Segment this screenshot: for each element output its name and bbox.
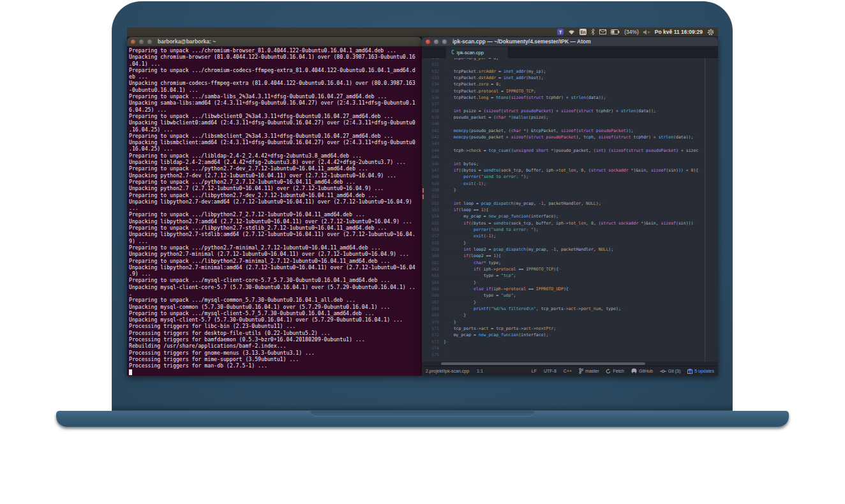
terminal-line: Unpacking python2.7-dev (2.7.12-1ubuntu0… [129,172,422,179]
terminal-body[interactable]: Preparing to unpack .../chromium-browser… [127,47,422,376]
terminal-prompt-line [129,369,422,376]
code-line: ¬ [444,121,718,127]
volume-muted-icon[interactable] [643,29,650,35]
line-number: 566 [422,292,444,299]
keyboard-layout-indicator[interactable]: En [580,29,587,35]
line-number: 561 [422,260,444,266]
line-number: 556 [422,226,444,233]
code-line: ····my_pcap = new_pcap_funcion(interface… [444,332,718,338]
terminal-line: Unpacking chromium-browser (81.0.4044.12… [129,54,422,60]
horizontal-scrollbar-thumb[interactable] [441,362,645,365]
line-number: 550 [422,187,444,193]
line-number: 546 [422,161,444,167]
maximize-button[interactable] [442,39,447,45]
git-branch-indicator[interactable]: master [579,368,599,374]
github-button[interactable]: GitHub [631,368,653,374]
code-line: ····tcpPacket.srcAddr = inet_addr(my_ip)… [444,68,718,75]
terminal-line: Preparing to unpack .../libsmbclient_2%3… [129,133,422,139]
terminal-titlebar[interactable]: barborka@barborka: ~ [127,37,422,47]
code-line: ············exit(-1);¬ [444,233,718,239]
minimize-button[interactable] [138,39,144,45]
code-line: ····int psize = (sizeof(struct pseudoPac… [444,108,718,114]
maximize-button[interactable] [147,39,153,45]
package-icon [687,369,692,374]
line-number: 540 [422,121,444,127]
terminal-line: .16.04.25) ... [129,145,422,152]
top-panel: T En [127,27,718,37]
close-button[interactable] [130,39,136,45]
code-editor[interactable]: 5305315325335345355365375385395405415425… [422,58,718,362]
laptop-lid: T En [112,1,733,411]
terminal-line: Processing triggers for gnome-menus (3.1… [129,350,422,356]
updates-button[interactable]: 5 updates [687,369,714,374]
terminal-line: 6.04.25) ... [129,107,422,113]
grammar-indicator[interactable]: C++ [564,369,572,373]
line-number: 547 [422,167,444,174]
line-number: 567 [422,299,444,306]
code-line: ¬ [444,193,718,200]
atom-window-title: ipk-scan.cpp — ~/Dokumenty/4.semester/IP… [452,38,591,45]
line-number: 537 [422,101,444,107]
code-line: ¬ [444,345,718,352]
terminal-line: Preparing to unpack .../mysql-client-cor… [129,277,422,283]
code-line: ¬ [444,140,718,147]
cursor-position-indicator[interactable]: 1:1 [477,369,483,373]
session-gear-icon[interactable] [707,29,714,36]
status-bar: 2.projekt/ipk-scan.cpp 1:1 LF UTF-8 C++ [422,366,718,376]
terminal-line: Preparing to unpack .../chromium-codecs-… [129,67,422,73]
laptop-frame: T En [0,0,845,504]
line-number: 573 [422,339,444,345]
line-number: 564 [422,279,444,286]
terminal-line: Preparing to unpack .../chromium-browser… [129,47,422,54]
sync-icon [606,369,611,374]
wifi-icon[interactable] [568,29,575,35]
line-number: 551 [422,193,444,200]
file-path-indicator[interactable]: 2.projekt/ipk-scan.cpp [426,369,469,373]
teams-icon[interactable]: T [557,29,564,35]
minimize-button[interactable] [433,39,439,45]
line-number: 553 [422,207,444,213]
code-line: ····tcp_ports->act = tcp_ports->act->nex… [444,325,718,332]
battery-percentage: (34%) [624,29,639,35]
code-line: ········}¬ [444,312,718,318]
terminal-line: Preparing to unpack .../mysql-client-5.7… [129,310,422,316]
tab-ipk-scan[interactable]: C ipk-scan.cpp [446,47,509,58]
line-number: 548 [422,174,444,180]
code-line: ········}¬ [444,240,718,246]
code-line: ············printf("%d/%s filtered\n", t… [444,306,718,312]
terminal-line: . [129,290,422,297]
line-ending-indicator[interactable]: LF [532,369,537,373]
terminal-line: Processing triggers for libc-bin (2.23-0… [129,323,422,329]
encoding-indicator[interactable]: UTF-8 [544,369,557,373]
laptop-base [56,411,789,427]
terminal-line: Unpacking mysql-client-core-5.7 (5.7.30-… [129,284,422,290]
code-line: ····int bytes;¬ [444,161,718,167]
code-line: ············char* type;¬ [444,260,718,266]
bluetooth-icon[interactable] [591,29,595,35]
terminal-line: Unpacking libpython2.7-stdlib:amd64 (2.7… [129,231,422,237]
terminal-line: Preparing to unpack .../mysql-common_5.7… [129,297,422,303]
branch-icon [579,368,583,374]
close-button[interactable] [425,39,431,45]
line-number: 574 [422,345,444,352]
git-changes-button[interactable]: Git (3) [660,369,680,373]
editor-gutter: 5305315325335345355365375385395405415425… [422,58,444,359]
code-line: ····tcpPacket.leng = htons(sizeof(struct… [444,94,718,101]
clock[interactable]: Po kvě 11 16:09:29 [655,29,703,35]
terminal-line: Unpacking libpython2.7-minimal:amd64 (2.… [129,264,422,271]
line-number: 572 [422,332,444,338]
line-number: 554 [422,213,444,219]
code-line: }¬ [444,339,718,345]
line-number: 543 [422,140,444,147]
fetch-button[interactable]: Fetch [606,369,624,374]
terminal-line: Unpacking libwbclient0:amd64 (2:4.3.11+d… [129,119,422,126]
battery-icon[interactable] [611,29,620,34]
line-number: 565 [422,286,444,292]
atom-titlebar[interactable]: ipk-scan.cpp — ~/Dokumenty/4.semester/IP… [422,37,718,47]
screen: T En [127,27,718,376]
terminal-window: barborka@barborka: ~ Preparing to unpack… [127,37,422,376]
mail-icon[interactable] [599,29,606,34]
code-line: ············if( iph->protocol == IPPROTO… [444,266,718,272]
terminal-line: .9) ... [129,271,422,277]
tab-label: ipk-scan.cpp [457,50,484,56]
